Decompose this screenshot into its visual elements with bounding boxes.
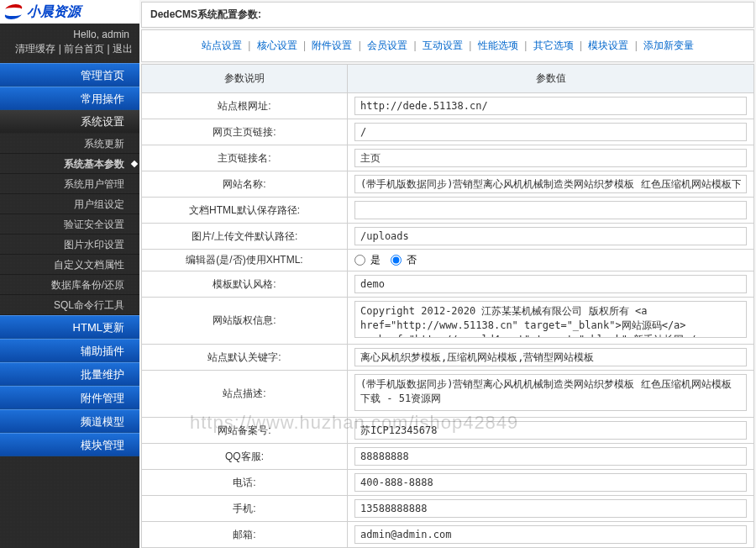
greeting: Hello, admin bbox=[0, 24, 139, 42]
menu-模块管理[interactable]: 模块管理 bbox=[0, 433, 139, 456]
param-value-cell: 是否 bbox=[348, 250, 754, 271]
param-label: 网站版权信息: bbox=[142, 298, 348, 345]
param-input[interactable] bbox=[354, 447, 747, 466]
table-row: 编辑器(是/否)使用XHTML:是否 bbox=[142, 250, 754, 271]
param-value-cell bbox=[348, 271, 754, 298]
menu-常用操作[interactable]: 常用操作 bbox=[0, 87, 139, 110]
param-label: 邮箱: bbox=[142, 522, 348, 548]
table-row: 邮箱: bbox=[142, 522, 754, 548]
param-input[interactable] bbox=[354, 123, 747, 141]
param-value-cell bbox=[348, 93, 754, 119]
table-row: 手机: bbox=[142, 496, 754, 522]
table-row: QQ客服: bbox=[142, 444, 754, 470]
table-row: 网站名称: bbox=[142, 171, 754, 198]
param-input[interactable] bbox=[354, 348, 747, 366]
table-row: 模板默认风格: bbox=[142, 271, 754, 298]
radio-yes[interactable] bbox=[354, 255, 365, 266]
param-label: 模板默认风格: bbox=[142, 271, 348, 298]
param-value-cell bbox=[348, 496, 754, 522]
table-row: 站点描述: bbox=[142, 371, 754, 418]
menu-管理首页[interactable]: 管理首页 bbox=[0, 63, 139, 87]
tab-核心设置[interactable]: 核心设置 bbox=[254, 40, 301, 51]
tab-附件设置[interactable]: 附件设置 bbox=[308, 40, 355, 51]
tab-其它选项[interactable]: 其它选项 bbox=[530, 40, 577, 51]
submenu-系统基本参数[interactable]: 系统基本参数 bbox=[0, 154, 139, 174]
table-row: 网页主页链接: bbox=[142, 119, 754, 145]
table-row: 站点默认关键字: bbox=[142, 345, 754, 371]
param-label: 图片/上传文件默认路径: bbox=[142, 224, 348, 250]
param-label: 网页主页链接: bbox=[142, 119, 348, 145]
sidebar: 小晨资源 Hello, admin 清理缓存 | 前台首页 | 退出 管理首页常… bbox=[0, 0, 139, 548]
submenu-数据库备份/还原[interactable]: 数据库备份/还原 bbox=[0, 275, 139, 295]
table-row: 站点根网址: bbox=[142, 93, 754, 119]
menu-批量维护[interactable]: 批量维护 bbox=[0, 362, 139, 386]
menu: 管理首页常用操作系统设置系统更新系统基本参数系统用户管理用户组设定验证安全设置图… bbox=[0, 63, 139, 456]
param-textarea[interactable] bbox=[354, 374, 747, 411]
menu-HTML更新[interactable]: HTML更新 bbox=[0, 315, 139, 339]
tab-模块设置[interactable]: 模块设置 bbox=[585, 40, 632, 51]
param-value-cell bbox=[348, 145, 754, 171]
tab-添加新变量[interactable]: 添加新变量 bbox=[640, 40, 697, 51]
param-label: 编辑器(是/否)使用XHTML: bbox=[142, 250, 348, 271]
param-value-cell bbox=[348, 522, 754, 548]
param-label: 站点默认关键字: bbox=[142, 345, 348, 371]
tab-会员设置[interactable]: 会员设置 bbox=[364, 40, 411, 51]
param-label: 文档HTML默认保存路径: bbox=[142, 198, 348, 224]
param-input[interactable] bbox=[354, 525, 747, 544]
param-input[interactable] bbox=[354, 149, 747, 167]
submenu-自定义文档属性[interactable]: 自定义文档属性 bbox=[0, 255, 139, 275]
param-input[interactable] bbox=[354, 97, 747, 115]
th-val: 参数值 bbox=[348, 65, 754, 93]
table-row: 网站备案号: bbox=[142, 418, 754, 444]
table-row: 电话: bbox=[142, 470, 754, 496]
param-label: 网站备案号: bbox=[142, 418, 348, 444]
table-row: 网站版权信息: bbox=[142, 298, 754, 345]
param-input[interactable] bbox=[354, 227, 747, 245]
param-input[interactable] bbox=[354, 201, 747, 219]
link-logout[interactable]: 退出 bbox=[113, 43, 133, 55]
param-value-cell bbox=[348, 371, 754, 418]
th-desc: 参数说明 bbox=[142, 65, 348, 93]
tab-站点设置[interactable]: 站点设置 bbox=[198, 40, 245, 51]
menu-辅助插件[interactable]: 辅助插件 bbox=[0, 339, 139, 362]
submenu-系统更新[interactable]: 系统更新 bbox=[0, 134, 139, 154]
param-input[interactable] bbox=[354, 175, 747, 193]
param-label: 网站名称: bbox=[142, 171, 348, 198]
param-value-cell bbox=[348, 418, 754, 444]
param-value-cell bbox=[348, 298, 754, 345]
logo-text: 小晨资源 bbox=[27, 3, 81, 21]
param-label: 手机: bbox=[142, 496, 348, 522]
menu-频道模型[interactable]: 频道模型 bbox=[0, 409, 139, 433]
logo-icon bbox=[5, 3, 24, 21]
param-input[interactable] bbox=[354, 473, 747, 492]
tab-性能选项[interactable]: 性能选项 bbox=[475, 40, 522, 51]
param-label: 站点描述: bbox=[142, 371, 348, 418]
param-input[interactable] bbox=[354, 499, 747, 518]
param-input[interactable] bbox=[354, 421, 747, 440]
link-clear-cache[interactable]: 清理缓存 bbox=[15, 43, 55, 55]
link-frontend[interactable]: 前台首页 bbox=[64, 43, 104, 55]
menu-附件管理[interactable]: 附件管理 bbox=[0, 386, 139, 409]
submenu-SQL命令行工具[interactable]: SQL命令行工具 bbox=[0, 295, 139, 315]
page-title: DedeCMS系统配置参数: bbox=[141, 2, 754, 28]
param-input[interactable] bbox=[354, 275, 747, 293]
table-row: 图片/上传文件默认路径: bbox=[142, 224, 754, 250]
param-value-cell bbox=[348, 345, 754, 371]
param-label: 站点根网址: bbox=[142, 93, 348, 119]
submenu-系统用户管理[interactable]: 系统用户管理 bbox=[0, 174, 139, 194]
submenu-验证安全设置[interactable]: 验证安全设置 bbox=[0, 214, 139, 234]
table-row: 主页链接名: bbox=[142, 145, 754, 171]
submenu-用户组设定[interactable]: 用户组设定 bbox=[0, 194, 139, 214]
param-textarea[interactable] bbox=[354, 301, 747, 338]
config-tabs: 站点设置 | 核心设置 | 附件设置 | 会员设置 | 互动设置 | 性能选项 … bbox=[141, 29, 754, 62]
submenu-图片水印设置[interactable]: 图片水印设置 bbox=[0, 234, 139, 255]
radio-no[interactable] bbox=[391, 255, 402, 266]
tab-互动设置[interactable]: 互动设置 bbox=[419, 40, 466, 51]
param-value-cell bbox=[348, 444, 754, 470]
param-label: 主页链接名: bbox=[142, 145, 348, 171]
config-table: 参数说明 参数值 站点根网址:网页主页链接:主页链接名:网站名称:文档HTML默… bbox=[141, 64, 754, 548]
main: DedeCMS系统配置参数: 站点设置 | 核心设置 | 附件设置 | 会员设置… bbox=[139, 0, 756, 548]
menu-system-settings[interactable]: 系统设置 bbox=[0, 110, 139, 134]
param-label: QQ客服: bbox=[142, 444, 348, 470]
param-value-cell bbox=[348, 171, 754, 198]
